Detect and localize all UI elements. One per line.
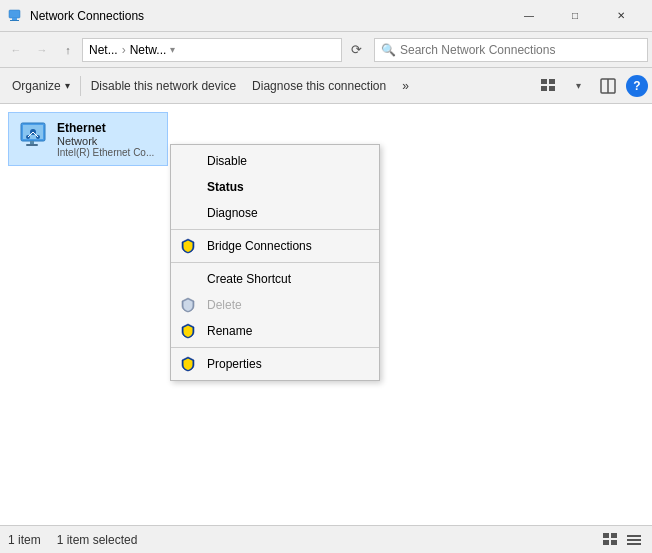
svg-rect-4 (549, 79, 555, 84)
breadcrumb[interactable]: Net... › Netw... ▾ (82, 38, 342, 62)
back-button[interactable]: ← (4, 38, 28, 62)
statusbar-left: 1 item 1 item selected (8, 533, 137, 547)
delete-shield-icon (179, 296, 197, 314)
disable-button[interactable]: Disable this network device (83, 72, 244, 100)
svg-rect-18 (603, 533, 609, 538)
ctx-separator-3 (171, 347, 379, 348)
organize-label: Organize (12, 79, 61, 93)
ctx-properties-label: Properties (207, 357, 262, 371)
svg-rect-24 (627, 543, 641, 545)
svg-rect-1 (12, 18, 17, 20)
status-list-view-button[interactable] (600, 530, 620, 550)
forward-button[interactable]: → (30, 38, 54, 62)
diagnose-label: Diagnose this connection (252, 79, 386, 93)
ctx-bridge[interactable]: Bridge Connections (171, 233, 379, 259)
context-menu: Disable Status Diagnose Bridge Connectio… (170, 144, 380, 381)
svg-rect-21 (611, 540, 617, 545)
preview-pane-button[interactable] (594, 72, 622, 100)
ctx-shortcut-label: Create Shortcut (207, 272, 291, 286)
ethernet-item[interactable]: Ethernet Network Intel(R) Ethernet Co... (8, 112, 168, 166)
properties-shield-icon (179, 355, 197, 373)
disable-label: Disable this network device (91, 79, 236, 93)
svg-rect-3 (541, 79, 547, 84)
breadcrumb-sep: › (122, 43, 126, 57)
diagnose-button[interactable]: Diagnose this connection (244, 72, 394, 100)
ctx-separator-2 (171, 262, 379, 263)
breadcrumb-dropdown[interactable]: ▾ (170, 44, 175, 55)
ctx-rename[interactable]: Rename (171, 318, 379, 344)
search-input[interactable] (400, 43, 641, 57)
organize-arrow: ▾ (65, 80, 70, 91)
svg-rect-19 (611, 533, 617, 538)
window-title: Network Connections (30, 9, 506, 23)
item-count: 1 item (8, 533, 41, 547)
close-button[interactable]: ✕ (598, 0, 644, 32)
breadcrumb-part2: Netw... (130, 43, 167, 57)
ctx-status-label: Status (207, 180, 244, 194)
toolbar: Organize ▾ Disable this network device D… (0, 68, 652, 104)
selected-count: 1 item selected (57, 533, 138, 547)
svg-rect-6 (549, 86, 555, 91)
more-label: » (402, 79, 409, 93)
network-item-desc: Intel(R) Ethernet Co... (57, 147, 154, 158)
ctx-rename-label: Rename (207, 324, 252, 338)
svg-rect-20 (603, 540, 609, 545)
ctx-bridge-label: Bridge Connections (207, 239, 312, 253)
rename-shield-icon (179, 322, 197, 340)
view-buttons: ▾ (534, 72, 622, 100)
network-item-name: Ethernet (57, 121, 154, 135)
ctx-shortcut[interactable]: Create Shortcut (171, 266, 379, 292)
statusbar-right (600, 530, 644, 550)
network-item-text: Ethernet Network Intel(R) Ethernet Co... (57, 121, 154, 158)
toolbar-separator-1 (80, 76, 81, 96)
ctx-disable-label: Disable (207, 154, 247, 168)
svg-rect-2 (10, 20, 19, 21)
ctx-delete[interactable]: Delete (171, 292, 379, 318)
maximize-button[interactable]: □ (552, 0, 598, 32)
titlebar: Network Connections — □ ✕ (0, 0, 652, 32)
svg-rect-5 (541, 86, 547, 91)
ctx-diagnose[interactable]: Diagnose (171, 200, 379, 226)
view-dropdown-button[interactable]: ▾ (564, 72, 592, 100)
up-button[interactable]: ↑ (56, 38, 80, 62)
statusbar: 1 item 1 item selected (0, 525, 652, 553)
help-button[interactable]: ? (626, 75, 648, 97)
ctx-properties[interactable]: Properties (171, 351, 379, 377)
svg-rect-12 (26, 144, 38, 146)
search-bar[interactable]: 🔍 (374, 38, 648, 62)
search-icon: 🔍 (381, 43, 396, 57)
ctx-status[interactable]: Status (171, 174, 379, 200)
svg-rect-23 (627, 539, 641, 541)
bridge-shield-icon (179, 237, 197, 255)
refresh-button[interactable]: ⟳ (344, 38, 368, 62)
svg-rect-0 (9, 10, 20, 18)
ctx-diagnose-label: Diagnose (207, 206, 258, 220)
ethernet-icon (17, 119, 57, 159)
addressbar: ← → ↑ Net... › Netw... ▾ ⟳ 🔍 (0, 32, 652, 68)
organize-button[interactable]: Organize ▾ (4, 72, 78, 100)
minimize-button[interactable]: — (506, 0, 552, 32)
main-content: Ethernet Network Intel(R) Ethernet Co...… (0, 104, 652, 525)
ctx-delete-label: Delete (207, 298, 242, 312)
network-item-type: Network (57, 135, 154, 147)
ctx-disable[interactable]: Disable (171, 148, 379, 174)
more-button[interactable]: » (394, 72, 417, 100)
change-view-button[interactable] (534, 72, 562, 100)
svg-rect-22 (627, 535, 641, 537)
status-tile-view-button[interactable] (624, 530, 644, 550)
app-icon (8, 8, 24, 24)
breadcrumb-part1: Net... (89, 43, 118, 57)
window-controls: — □ ✕ (506, 0, 644, 32)
ctx-separator-1 (171, 229, 379, 230)
